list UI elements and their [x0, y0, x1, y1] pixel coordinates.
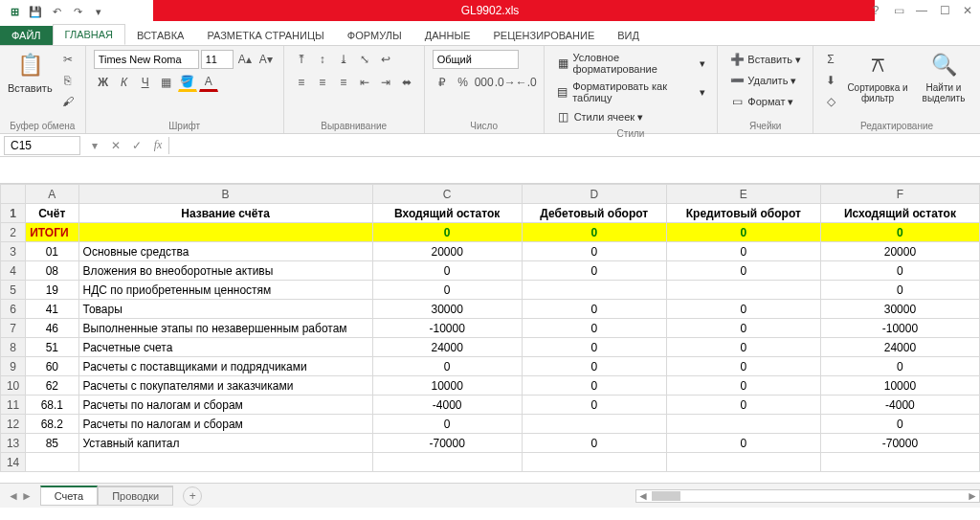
cell[interactable]: 0 [820, 357, 979, 376]
row-header[interactable]: 3 [1, 242, 26, 261]
cell[interactable]: Товары [78, 300, 372, 319]
new-sheet-button[interactable]: + [183, 486, 202, 506]
cell[interactable]: Основные средства [78, 242, 372, 261]
cell[interactable]: 0 [522, 396, 666, 415]
table-row[interactable]: 746Выполненные этапы по незавершенным ра… [1, 319, 980, 338]
table-row[interactable]: 14 [1, 453, 980, 472]
cell[interactable]: 24000 [820, 338, 979, 357]
font-name-select[interactable] [94, 50, 199, 69]
cell[interactable] [666, 281, 820, 300]
comma-icon[interactable]: 000 [475, 73, 494, 92]
paste-button[interactable]: 📋 Вставить [8, 50, 53, 94]
table-row[interactable]: 519НДС по приобретенным ценностям00 [1, 281, 980, 300]
enter-formula-icon[interactable]: ✓ [126, 139, 147, 152]
col-header-D[interactable]: D [522, 185, 666, 204]
decrease-font-icon[interactable]: A▾ [256, 50, 276, 69]
tab-view[interactable]: ВИД [606, 26, 651, 45]
tab-insert[interactable]: ВСТАВКА [125, 26, 195, 45]
cell[interactable]: 0 [820, 223, 979, 242]
cell[interactable]: 0 [666, 319, 820, 338]
save-icon[interactable]: 💾 [27, 4, 44, 19]
tab-file[interactable]: ФАЙЛ [0, 26, 53, 45]
align-left-icon[interactable]: ≡ [292, 73, 311, 92]
cell[interactable] [666, 415, 820, 434]
cell[interactable]: Счёт [26, 204, 78, 223]
row-header[interactable]: 9 [1, 357, 26, 376]
cell[interactable]: 0 [666, 396, 820, 415]
worksheet-grid[interactable]: A B C D E F 1СчётНазвание счётаВходящий … [0, 184, 980, 472]
cell[interactable]: 0 [372, 281, 522, 300]
close-icon[interactable]: ✕ [959, 4, 976, 17]
cell[interactable]: Расчеты по налогам и сборам [78, 415, 372, 434]
cell[interactable]: 68.1 [26, 396, 78, 415]
sheet-nav-next-icon[interactable]: ► [21, 489, 33, 503]
cell[interactable]: 0 [372, 223, 522, 242]
table-row[interactable]: 2ИТОГИ0000 [1, 223, 980, 242]
cell[interactable]: 0 [820, 261, 979, 281]
cell[interactable]: Кредитовый оборот [666, 204, 820, 223]
cell[interactable]: 0 [666, 300, 820, 319]
cell[interactable]: 0 [372, 415, 522, 434]
fill-icon[interactable]: ⬇ [821, 71, 840, 90]
formula-input[interactable] [168, 137, 980, 154]
format-painter-icon[interactable]: 🖌 [58, 92, 78, 111]
delete-cells-button[interactable]: ➖Удалить▾ [725, 71, 805, 90]
increase-indent-icon[interactable]: ⇥ [376, 73, 395, 92]
cell[interactable]: -70000 [372, 434, 522, 453]
col-header-F[interactable]: F [820, 185, 979, 204]
table-row[interactable]: 1СчётНазвание счётаВходящий остатокДебет… [1, 204, 980, 223]
sort-filter-button[interactable]: ⚻ Сортировка и фильтр [846, 50, 909, 103]
sheet-tab-active[interactable]: Счета [40, 486, 98, 506]
scroll-left-icon[interactable]: ◄ [636, 489, 650, 503]
cell[interactable] [666, 453, 820, 472]
cell[interactable]: 62 [26, 376, 78, 396]
cell[interactable]: Расчеты по налогам и сборам [78, 396, 372, 415]
cell[interactable]: 0 [522, 319, 666, 338]
align-center-icon[interactable]: ≡ [313, 73, 332, 92]
cell[interactable]: 0 [522, 376, 666, 396]
find-select-button[interactable]: 🔍 Найти и выделить [915, 50, 972, 103]
undo-icon[interactable]: ↶ [48, 4, 65, 19]
select-all-corner[interactable] [1, 185, 26, 204]
row-header[interactable]: 14 [1, 453, 26, 472]
cell[interactable]: Расчетные счета [78, 338, 372, 357]
cell[interactable]: 0 [522, 261, 666, 281]
merge-icon[interactable]: ⬌ [397, 73, 416, 92]
cell[interactable]: 0 [666, 261, 820, 281]
cell[interactable]: Расчеты с поставщиками и подрядчиками [78, 357, 372, 376]
cell[interactable]: 10000 [372, 376, 522, 396]
fx-icon[interactable]: fx [147, 138, 168, 152]
insert-cells-button[interactable]: ➕Вставить▾ [725, 50, 805, 69]
cell[interactable] [522, 281, 666, 300]
cell[interactable]: 30000 [372, 300, 522, 319]
cell[interactable]: -70000 [820, 434, 979, 453]
cell[interactable]: 41 [26, 300, 78, 319]
italic-button[interactable]: К [115, 73, 134, 92]
scroll-right-icon[interactable]: ► [966, 489, 979, 503]
cell[interactable]: 0 [522, 357, 666, 376]
row-header[interactable]: 7 [1, 319, 26, 338]
redo-icon[interactable]: ↷ [69, 4, 86, 19]
row-header[interactable]: 6 [1, 300, 26, 319]
increase-decimal-icon[interactable]: .0→ [496, 73, 515, 92]
cell[interactable] [78, 223, 372, 242]
decrease-indent-icon[interactable]: ⇤ [355, 73, 374, 92]
table-row[interactable]: 1168.1Расчеты по налогам и сборам-400000… [1, 396, 980, 415]
row-header[interactable]: 10 [1, 376, 26, 396]
maximize-icon[interactable]: ☐ [936, 4, 953, 17]
cell[interactable]: -4000 [820, 396, 979, 415]
cell[interactable]: 30000 [820, 300, 979, 319]
col-header-A[interactable]: A [26, 185, 78, 204]
sheet-nav-prev-icon[interactable]: ◄ [8, 489, 19, 503]
align-right-icon[interactable]: ≡ [334, 73, 353, 92]
currency-icon[interactable]: ₽ [433, 73, 452, 92]
tab-layout[interactable]: РАЗМЕТКА СТРАНИЦЫ [195, 26, 335, 45]
row-header[interactable]: 1 [1, 204, 26, 223]
cell[interactable]: 0 [820, 415, 979, 434]
cell[interactable]: 0 [522, 223, 666, 242]
tab-data[interactable]: ДАННЫЕ [413, 26, 482, 45]
cell[interactable]: Выполненные этапы по незавершенным работ… [78, 319, 372, 338]
underline-button[interactable]: Ч [136, 73, 155, 92]
name-box[interactable] [4, 136, 80, 155]
cell[interactable]: 0 [666, 376, 820, 396]
